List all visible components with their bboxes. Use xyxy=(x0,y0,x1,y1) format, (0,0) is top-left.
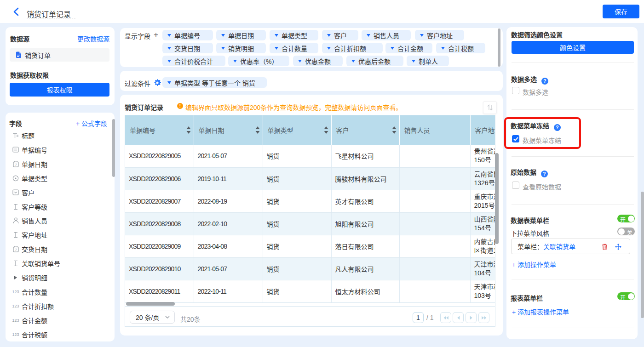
svg-text:7: 7 xyxy=(15,248,17,252)
svg-text:7: 7 xyxy=(15,162,17,166)
